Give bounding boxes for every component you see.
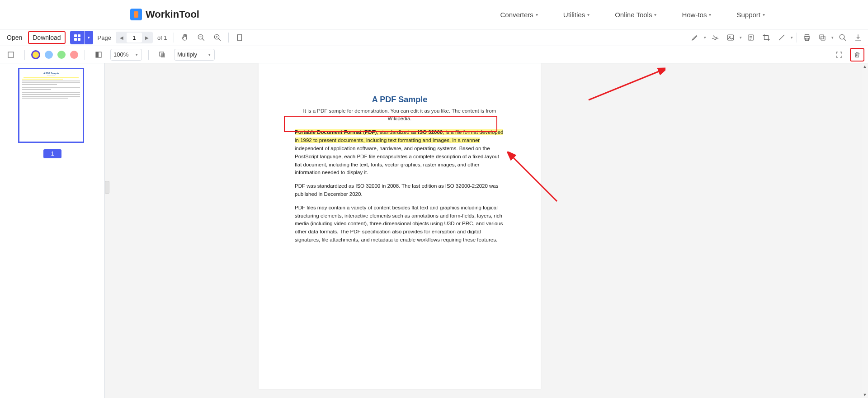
svg-line-18 (779, 35, 784, 40)
svg-line-25 (844, 38, 846, 41)
open-button[interactable]: Open (3, 32, 26, 43)
svg-rect-1 (78, 34, 80, 37)
image-tool-button[interactable] (723, 31, 738, 44)
nav-label: Converters (500, 11, 533, 19)
doc-paragraph-2: PDF was standardized as ISO 32000 in 200… (295, 182, 505, 199)
zoom-select[interactable]: 100%▾ (110, 49, 142, 61)
blend-value: Multiply (177, 51, 197, 58)
svg-rect-0 (74, 34, 77, 37)
nav-label: How-tos (682, 11, 707, 19)
fit-page-button[interactable] (232, 31, 247, 44)
nav-online-tools[interactable]: Online Tools▾ (615, 11, 656, 19)
doc-paragraph-3: PDF files may contain a variety of conte… (295, 204, 505, 244)
delete-button[interactable] (850, 48, 864, 62)
squiggly-tool-button[interactable] (708, 31, 722, 44)
highlight-tool-button[interactable] (688, 31, 702, 44)
line-dropdown[interactable]: ▾ (791, 35, 793, 40)
hand-tool-button[interactable] (178, 31, 192, 44)
page-input[interactable] (127, 33, 142, 43)
secondary-toolbar: 100%▾ Multiply▾ (0, 46, 868, 63)
svg-rect-19 (805, 34, 809, 37)
blend-mode-select[interactable]: Multiply▾ (174, 49, 215, 61)
svg-rect-23 (820, 35, 824, 39)
color-swatch-blue[interactable] (45, 51, 53, 59)
brand-logo[interactable]: WorkinTool (130, 9, 199, 20)
chevron-down-icon: ▾ (587, 12, 590, 17)
thumbnails-sidebar: A PDF Sample ---- ---- ---- ---- 1 (0, 63, 105, 398)
annotation-arrow-2 (584, 66, 665, 102)
thumbnails-dropdown[interactable]: ▾ (85, 31, 93, 44)
prev-page-button[interactable]: ◀ (117, 33, 127, 43)
chevron-down-icon: ▾ (136, 52, 138, 57)
separator (174, 33, 174, 43)
separator (148, 50, 149, 60)
svg-line-5 (202, 38, 204, 41)
thumbnail-page-number: 1 (43, 149, 61, 158)
nav-converters[interactable]: Converters▾ (500, 11, 538, 19)
page-label: Page (98, 34, 111, 41)
workspace: A PDF Sample ---- ---- ---- ---- 1 A PDF… (0, 63, 868, 398)
download-button[interactable]: Download (28, 31, 65, 44)
overlay-mode-button[interactable] (155, 48, 170, 62)
svg-rect-2 (74, 38, 77, 41)
chevron-down-icon: ▾ (536, 12, 538, 17)
sidebar-splitter[interactable] (105, 181, 109, 194)
svg-rect-3 (78, 38, 80, 41)
brand-name: WorkinTool (146, 9, 199, 20)
opacity-button[interactable] (91, 48, 106, 62)
svg-rect-11 (237, 34, 241, 41)
fullscreen-button[interactable] (832, 48, 846, 62)
thumbnails-button[interactable] (70, 31, 85, 44)
image-dropdown[interactable]: ▾ (740, 35, 742, 40)
doc-title: A PDF Sample (295, 95, 505, 104)
color-swatch-red[interactable] (70, 51, 78, 59)
svg-rect-28 (96, 52, 99, 57)
nav-utilities[interactable]: Utilities▾ (563, 11, 590, 19)
color-swatch-yellow[interactable] (31, 50, 40, 59)
svg-rect-22 (821, 36, 825, 40)
crop-tool-button[interactable] (759, 31, 774, 44)
nav-label: Online Tools (615, 11, 652, 19)
separator (797, 33, 797, 43)
doc-subtitle: It is a PDF sample for demonstration. Yo… (295, 107, 505, 122)
chevron-down-icon: ▾ (654, 12, 656, 17)
scroll-up-button[interactable]: ▲ (863, 64, 867, 69)
svg-rect-12 (727, 35, 734, 40)
selection-rect-button[interactable] (4, 48, 18, 62)
main-toolbar: Open Download ▾ Page ◀ ▶ of 1 ▾ ▾ ▾ ▾ (0, 29, 868, 46)
page-thumbnail[interactable]: A PDF Sample ---- ---- ---- ---- (18, 68, 84, 143)
print-button[interactable] (800, 31, 814, 44)
separator (228, 33, 229, 43)
chevron-down-icon: ▾ (208, 52, 211, 57)
vertical-scrollbar[interactable]: ▲ ▼ (862, 63, 868, 398)
document-canvas[interactable]: A PDF Sample It is a PDF sample for demo… (105, 63, 868, 398)
copy-button[interactable] (815, 31, 830, 44)
search-button[interactable] (835, 31, 850, 44)
svg-line-8 (218, 38, 221, 41)
svg-rect-26 (8, 52, 14, 57)
zoom-value: 100% (113, 51, 128, 58)
color-swatch-green[interactable] (57, 51, 66, 59)
nav-label: Utilities (563, 11, 585, 19)
zoom-out-button[interactable] (194, 31, 208, 44)
chevron-down-icon: ▾ (763, 12, 765, 17)
svg-rect-30 (161, 53, 165, 57)
scroll-down-button[interactable]: ▼ (863, 393, 867, 397)
brand-logo-icon (130, 9, 142, 20)
nav-support[interactable]: Support▾ (736, 11, 765, 19)
doc-paragraph-1: Portable Document Format (PDF), standard… (295, 128, 505, 177)
document-page: A PDF Sample It is a PDF sample for demo… (259, 63, 541, 389)
next-page-button[interactable]: ▶ (142, 33, 152, 43)
svg-point-24 (840, 34, 844, 39)
chevron-down-icon: ▾ (709, 12, 711, 17)
copy-dropdown[interactable]: ▾ (831, 35, 834, 40)
separator (85, 50, 85, 60)
highlight-dropdown[interactable]: ▾ (704, 35, 706, 40)
page-total-label: of 1 (157, 34, 167, 41)
svg-line-32 (589, 71, 661, 100)
zoom-in-button[interactable] (210, 31, 225, 44)
save-download-button[interactable] (851, 31, 865, 44)
line-tool-button[interactable] (774, 31, 789, 44)
note-tool-button[interactable] (744, 31, 758, 44)
nav-how-tos[interactable]: How-tos▾ (682, 11, 711, 19)
